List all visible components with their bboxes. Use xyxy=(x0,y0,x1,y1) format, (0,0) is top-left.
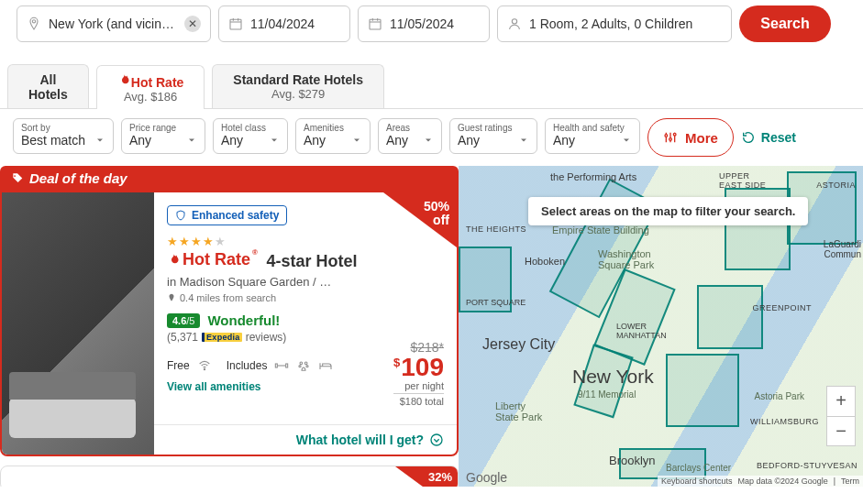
map-area-poly[interactable] xyxy=(697,285,763,349)
search-bar: New York (and vicinit… ✕ 11/04/2024 11/0… xyxy=(0,0,863,48)
hotel-card[interactable]: 32% xyxy=(0,466,459,487)
map-label: PORT SQUARE xyxy=(466,298,526,307)
map-data-attrib: Map data ©2024 Google xyxy=(737,477,827,486)
tab-standard-rate[interactable]: Standard Rate Hotels Avg. $279 xyxy=(212,64,384,108)
person-icon xyxy=(507,16,522,31)
svg-point-0 xyxy=(32,20,35,23)
hotel-title: Hot Rate® 4-star Hotel xyxy=(167,248,444,271)
chevron-circle-down-icon xyxy=(429,433,444,447)
map-label: Brooklyn xyxy=(609,454,656,467)
map-label: New York xyxy=(572,366,654,388)
rating-word: Wonderful! xyxy=(207,312,280,328)
checkin-input[interactable]: 11/04/2024 xyxy=(218,5,350,42)
per-night-label: per night xyxy=(393,380,444,391)
map-label: WILLIAMSBURG xyxy=(750,417,819,426)
svg-point-18 xyxy=(204,368,205,369)
class-filter[interactable]: Hotel class Any xyxy=(213,118,288,154)
clear-destination-icon[interactable]: ✕ xyxy=(184,16,201,32)
reset-icon xyxy=(741,130,756,145)
svg-point-22 xyxy=(300,362,303,365)
map-tooltip: Select areas on the map to filter your s… xyxy=(528,197,808,225)
map-label: Empire State Building xyxy=(552,225,649,236)
svg-rect-1 xyxy=(230,19,241,29)
zoom-in-button[interactable]: + xyxy=(827,387,855,416)
more-filters-button[interactable]: More xyxy=(647,118,734,157)
sliders-icon xyxy=(663,130,678,145)
map-footer: Keyboard shortcuts Map data ©2024 Google… xyxy=(658,476,863,487)
hotel-card[interactable]: 50%off Enhanced safety ★★★★★ Hot Rate® 4… xyxy=(0,191,459,456)
chevron-down-icon xyxy=(94,135,105,146)
map-label: LOWER MANHATTAN xyxy=(616,322,667,340)
total-price: $180 total xyxy=(393,393,444,407)
enhanced-safety-badge: Enhanced safety xyxy=(167,205,287,225)
svg-point-24 xyxy=(299,366,301,367)
svg-point-13 xyxy=(665,135,668,137)
svg-rect-5 xyxy=(370,19,381,29)
svg-point-16 xyxy=(14,175,16,177)
tag-icon xyxy=(11,172,24,185)
chevron-down-icon xyxy=(518,135,529,146)
expedia-logo: Expedia xyxy=(202,333,242,342)
bed-icon xyxy=(318,358,333,373)
tab-hot-rate[interactable]: Hot Rate Avg. $186 xyxy=(96,65,205,109)
hotel-card-body: 50%off Enhanced safety ★★★★★ Hot Rate® 4… xyxy=(154,192,457,455)
map-keyboard-shortcuts[interactable]: Keyboard shortcuts xyxy=(661,477,733,486)
map-terms-link[interactable]: Term xyxy=(841,477,859,486)
hotel-image xyxy=(2,192,154,455)
google-logo: Google xyxy=(466,470,507,485)
svg-point-15 xyxy=(673,133,676,136)
destination-input[interactable]: New York (and vicinit… ✕ xyxy=(17,5,211,42)
map-zoom-controls: + − xyxy=(826,386,856,446)
pin-icon xyxy=(167,293,176,302)
price: $109 xyxy=(393,355,444,380)
map[interactable]: Select areas on the map to filter your s… xyxy=(459,166,863,487)
rate-tabs: All Hotels Hot Rate Avg. $186 Standard R… xyxy=(0,48,863,109)
search-button[interactable]: Search xyxy=(739,5,831,42)
svg-rect-19 xyxy=(276,364,278,367)
pet-icon xyxy=(296,358,311,373)
map-label: THE HEIGHTS xyxy=(466,225,526,234)
zoom-out-button[interactable]: − xyxy=(827,416,855,445)
svg-rect-20 xyxy=(286,364,288,367)
health-safety-filter[interactable]: Health and safety Any xyxy=(545,118,640,154)
hotel-location: in Madison Square Garden / … xyxy=(167,275,444,289)
discount-badge: 32% xyxy=(393,466,458,487)
destination-value: New York (and vicinit… xyxy=(49,16,177,31)
reset-button[interactable]: Reset xyxy=(741,118,796,157)
deal-of-day-tag: Deal of the day xyxy=(0,166,459,191)
svg-point-25 xyxy=(306,366,308,367)
pin-icon xyxy=(27,16,41,31)
amenities-filter[interactable]: Amenities Any xyxy=(295,118,371,154)
svg-point-26 xyxy=(431,434,442,445)
rating-score: 4.6/5 xyxy=(167,313,200,328)
flame-icon xyxy=(117,73,131,87)
map-label: Barclays Center xyxy=(666,463,731,473)
checkout-input[interactable]: 11/05/2024 xyxy=(358,5,490,42)
map-label: Washington Square Park xyxy=(598,248,654,270)
map-label: ASTORIA xyxy=(816,181,856,190)
sort-filter[interactable]: Sort by Best match xyxy=(13,118,114,154)
areas-filter[interactable]: Areas Any xyxy=(378,118,442,154)
tab-all-hotels[interactable]: All Hotels xyxy=(7,64,89,108)
map-label: BEDFORD-STUYVESAN xyxy=(757,461,857,470)
checkout-value: 11/05/2024 xyxy=(390,16,454,31)
rating-row: 4.6/5 Wonderful! xyxy=(167,312,444,328)
map-label: Jersey City xyxy=(482,336,555,353)
price-filter[interactable]: Price range Any xyxy=(121,118,205,154)
chevron-down-icon xyxy=(351,135,362,146)
guests-input[interactable]: 1 Room, 2 Adults, 0 Children xyxy=(497,5,732,42)
checkin-value: 11/04/2024 xyxy=(250,16,315,31)
shield-icon xyxy=(175,210,186,221)
chevron-down-icon xyxy=(269,135,280,146)
map-label: UPPER EAST SIDE xyxy=(719,171,766,190)
map-label: GREENPOINT xyxy=(752,303,812,312)
map-label: Hoboken xyxy=(525,256,565,267)
map-label: Liberty State Park xyxy=(495,400,542,422)
chevron-down-icon xyxy=(186,135,197,146)
map-label: LaGuardi Commun xyxy=(824,239,861,259)
map-area-poly[interactable] xyxy=(666,354,739,427)
content-area: Deal of the day 50%off Enhanced safety ★… xyxy=(0,166,863,487)
what-hotel-link[interactable]: What hotel will I get? xyxy=(154,424,457,455)
guest-ratings-filter[interactable]: Guest ratings Any xyxy=(449,118,537,154)
guests-value: 1 Room, 2 Adults, 0 Children xyxy=(529,16,692,31)
